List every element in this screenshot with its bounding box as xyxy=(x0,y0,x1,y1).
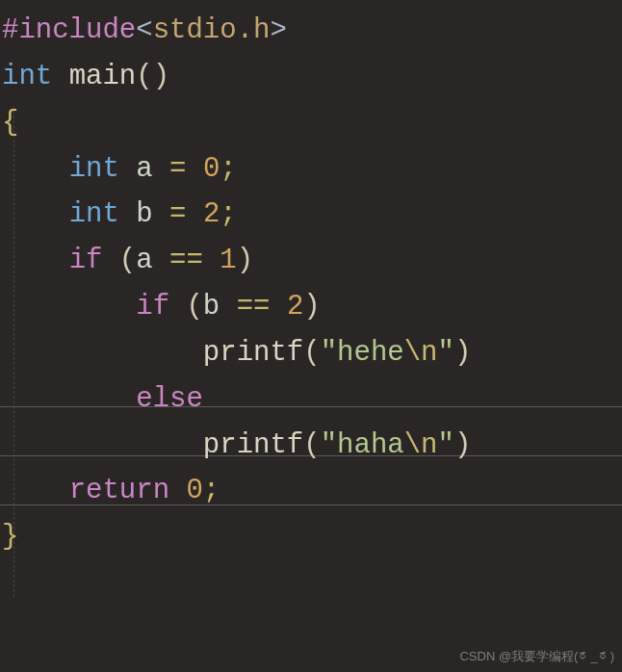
rparen: ) xyxy=(153,61,169,92)
code-line-3: { xyxy=(2,100,620,146)
op-eq: == xyxy=(237,291,271,323)
code-line-1: #include<stdio.h> xyxy=(2,8,620,54)
escape-seq: \n xyxy=(404,429,438,461)
keyword-int: int xyxy=(69,153,119,185)
preproc-token: #include xyxy=(2,14,136,46)
lparen: ( xyxy=(119,245,136,276)
string-quote: " xyxy=(321,337,337,369)
string-quote: " xyxy=(438,337,454,369)
function-call: printf xyxy=(203,429,303,461)
keyword-if: if xyxy=(69,245,103,276)
brace-open: { xyxy=(2,107,18,139)
angle-gt: > xyxy=(270,14,286,46)
code-line-8: printf("hehe\n") xyxy=(2,330,620,376)
number-literal: 0 xyxy=(186,475,202,506)
string-quote: " xyxy=(321,429,337,461)
keyword-if: if xyxy=(136,291,169,323)
semicolon: ; xyxy=(220,198,236,230)
lparen: ( xyxy=(303,429,320,461)
identifier-b: b xyxy=(203,291,220,323)
semicolon: ; xyxy=(220,153,236,185)
code-line-4: int a = 0; xyxy=(2,146,620,193)
code-line-6: if (a == 1) xyxy=(2,238,620,284)
code-line-12: } xyxy=(2,514,620,560)
function-name: main xyxy=(69,61,137,92)
code-line-9: else xyxy=(2,376,620,423)
function-call: printf xyxy=(203,337,303,369)
keyword-else: else xyxy=(136,383,203,415)
escape-seq: \n xyxy=(404,337,438,369)
lparen: ( xyxy=(186,291,202,323)
code-line-2: int main() xyxy=(2,54,620,100)
rparen: ) xyxy=(454,429,471,461)
lparen: ( xyxy=(136,61,152,92)
code-line-11: return 0; xyxy=(2,468,620,514)
string-literal: hehe xyxy=(337,337,404,369)
keyword-return: return xyxy=(69,475,169,506)
code-line-5: int b = 2; xyxy=(2,192,620,238)
rparen: ) xyxy=(303,291,320,323)
identifier-a: a xyxy=(136,153,152,185)
number-literal: 1 xyxy=(220,245,236,276)
code-line-7: if (b == 2) xyxy=(2,284,620,330)
keyword-int: int xyxy=(69,198,119,230)
semicolon: ; xyxy=(203,475,220,506)
code-line-10: printf("haha\n") xyxy=(2,423,620,469)
number-literal: 0 xyxy=(203,153,220,185)
op-assign: = xyxy=(169,153,186,185)
identifier-b: b xyxy=(136,198,152,230)
string-literal: haha xyxy=(337,429,404,461)
header-name: stdio.h xyxy=(153,14,271,46)
lparen: ( xyxy=(303,337,320,369)
op-eq: == xyxy=(169,245,203,276)
number-literal: 2 xyxy=(203,198,220,230)
op-assign: = xyxy=(169,198,186,230)
rparen: ) xyxy=(237,245,253,276)
rparen: ) xyxy=(454,337,471,369)
string-quote: " xyxy=(438,429,454,461)
watermark-text: CSDN @我要学编程(ಥ_ಥ) xyxy=(459,646,614,666)
code-editor: #include<stdio.h> int main() { int a = 0… xyxy=(0,0,622,560)
number-literal: 2 xyxy=(287,291,303,323)
keyword-int: int xyxy=(2,61,52,92)
brace-close: } xyxy=(2,521,18,553)
angle-lt: < xyxy=(136,14,152,46)
identifier-a: a xyxy=(136,245,152,276)
